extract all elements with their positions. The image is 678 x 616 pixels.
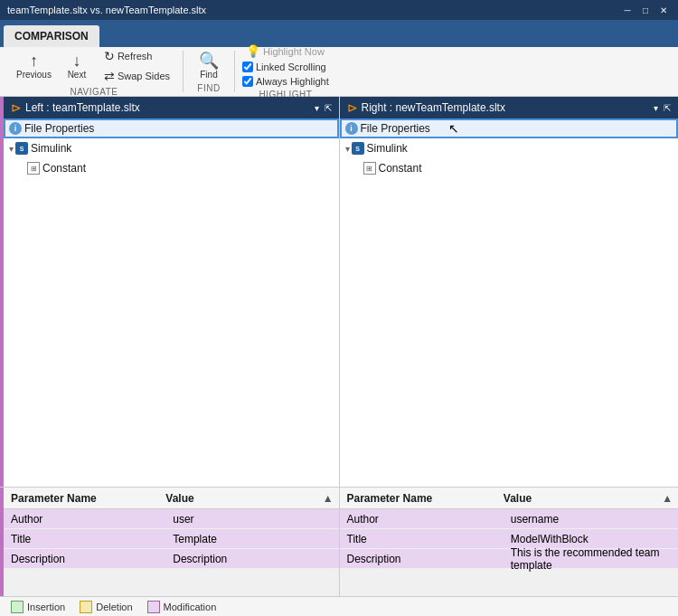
right-param-name-title: Title [344, 533, 511, 545]
toolbar: ↑ Previous ↓ Next ↻ Refresh ⇄ Swap Sides… [0, 47, 678, 97]
right-param-value-description: This is the recommended team template [511, 546, 674, 572]
left-param-collapse-btn[interactable]: ▲ [321, 490, 335, 507]
info-icon-right: i [345, 122, 358, 135]
left-param-row-description: Description Description [4, 549, 339, 569]
left-tree-label-constant: Constant [42, 162, 86, 175]
refresh-icon: ↻ [104, 49, 115, 63]
left-param-value-title: Template [173, 533, 334, 545]
simulink-icon: S [15, 142, 28, 155]
left-param-name-author: Author [7, 513, 173, 526]
highlight-options: 💡 Highlight Now Linked Scrolling Always … [242, 43, 329, 88]
right-tree-item-simulink[interactable]: ▾ S Simulink [340, 138, 679, 158]
swap-sides-button[interactable]: ⇄ Swap Sides [99, 67, 175, 85]
right-pane: ⊳ Right : newTeamTemplate.sltx ▾ ⇱ i Fil… [340, 97, 679, 487]
nav-buttons-row: ↑ Previous ↓ Next ↻ Refresh ⇄ Swap Sides [13, 47, 175, 85]
deletion-box [80, 601, 92, 613]
tab-bar: COMPARISON [0, 20, 678, 47]
modification-box [147, 601, 160, 613]
right-pane-body: i File Properties ↖ ▾ S Simulink ⊞ Const… [340, 118, 679, 487]
navigate-label: NAVIGATE [70, 87, 118, 97]
left-tree-item-file-properties[interactable]: i File Properties [4, 118, 339, 138]
title-bar: teamTemplate.sltx vs. newTeamTemplate.sl… [0, 0, 678, 20]
minimize-button[interactable]: ─ [620, 3, 635, 17]
left-param-name-description: Description [7, 553, 173, 565]
right-param-row-description: Description This is the recommended team… [340, 549, 679, 569]
expand-icon-simulink-right[interactable]: ▾ [345, 144, 350, 154]
right-param-name-author: Author [344, 513, 511, 526]
insertion-label: Insertion [27, 602, 65, 612]
deletion-label: Deletion [96, 602, 132, 612]
always-highlight-row[interactable]: Always Highlight [242, 75, 329, 88]
tab-comparison[interactable]: COMPARISON [4, 25, 99, 47]
linked-scrolling-row[interactable]: Linked Scrolling [242, 61, 329, 73]
find-label: FIND [197, 83, 220, 93]
always-highlight-label: Always Highlight [256, 76, 329, 87]
refresh-button[interactable]: ↻ Refresh [99, 47, 175, 65]
always-highlight-checkbox[interactable] [242, 76, 253, 87]
left-tree-item-constant[interactable]: ⊞ Constant [4, 158, 339, 178]
right-tree-item-file-properties[interactable]: i File Properties ↖ [340, 118, 679, 138]
left-param-header: Parameter Name Value ▲ [4, 488, 339, 509]
up-arrow-icon: ↑ [30, 52, 38, 69]
linked-scrolling-label: Linked Scrolling [256, 62, 326, 72]
right-param-name-description: Description [344, 553, 511, 565]
linked-scrolling-checkbox[interactable] [242, 62, 253, 72]
right-pane-dropdown-icon[interactable]: ▾ [654, 103, 658, 113]
expand-icon-simulink[interactable]: ▾ [9, 144, 14, 154]
modification-label: Modification [164, 602, 217, 612]
left-param-value-description: Description [173, 553, 334, 565]
legend: Insertion Deletion Modification [0, 596, 678, 616]
left-param-name-title: Title [7, 533, 173, 545]
window-controls: ─ □ ✕ [620, 3, 671, 17]
close-button[interactable]: ✕ [656, 3, 671, 17]
right-pane-header: ⊳ Right : newTeamTemplate.sltx ▾ ⇱ [340, 97, 679, 118]
left-pane-maximize-icon[interactable]: ⇱ [325, 103, 332, 113]
simulink-icon-right: S [352, 142, 364, 155]
window-title: teamTemplate.sltx vs. newTeamTemplate.sl… [7, 5, 206, 15]
left-pane-arrow-icon: ⊳ [11, 100, 22, 115]
comparison-panes: ⊳ Left : teamTemplate.sltx ▾ ⇱ i File Pr… [0, 97, 678, 488]
find-button[interactable]: 🔍 Find [191, 51, 227, 81]
left-tree-label-simulink: Simulink [31, 142, 71, 155]
cursor-indicator: ↖ [448, 121, 459, 136]
highlight-group: 💡 Highlight Now Linked Scrolling Always … [235, 51, 336, 92]
insertion-box [11, 601, 24, 613]
right-pane-maximize-icon[interactable]: ⇱ [664, 103, 671, 113]
right-tree-item-constant[interactable]: ⊞ Constant [340, 158, 679, 178]
navigate-group: ↑ Previous ↓ Next ↻ Refresh ⇄ Swap Sides… [5, 51, 184, 92]
left-param-value-author: user [173, 513, 334, 526]
right-param-row-author: Author username [340, 509, 679, 529]
block-icon: ⊞ [27, 162, 40, 175]
left-pane-header: ⊳ Left : teamTemplate.sltx ▾ ⇱ [4, 97, 339, 118]
right-tree-label-constant: Constant [379, 162, 422, 175]
left-param-col-name: Parameter Name [7, 492, 165, 505]
left-pane: ⊳ Left : teamTemplate.sltx ▾ ⇱ i File Pr… [4, 97, 339, 487]
left-param-row-title: Title Template [4, 529, 339, 549]
maximize-button[interactable]: □ [638, 3, 653, 17]
next-button[interactable]: ↓ Next [59, 51, 95, 81]
right-tree-label-file-properties: File Properties [361, 122, 430, 135]
left-param-row-author: Author user [4, 509, 339, 529]
swap-icon: ⇄ [104, 69, 115, 83]
left-pane-container: ⊳ Left : teamTemplate.sltx ▾ ⇱ i File Pr… [0, 97, 340, 487]
left-tree-label-file-properties: File Properties [24, 122, 94, 135]
right-pane-arrow-icon: ⊳ [347, 100, 358, 115]
block-icon-right: ⊞ [363, 162, 376, 175]
highlight-now-icon: 💡 [246, 44, 260, 58]
highlight-now-row: 💡 Highlight Now [242, 43, 329, 59]
legend-insertion: Insertion [11, 601, 65, 613]
previous-button[interactable]: ↑ Previous [13, 51, 55, 81]
right-param-collapse-btn[interactable]: ▲ [660, 490, 674, 507]
bottom-section: Parameter Name Value ▲ Author user Title… [0, 488, 678, 596]
left-pane-dropdown-icon[interactable]: ▾ [315, 103, 319, 113]
info-icon: i [9, 122, 22, 135]
right-pane-title: Right : newTeamTemplate.sltx [362, 101, 505, 114]
highlight-now-label: Highlight Now [263, 46, 325, 57]
right-param-header: Parameter Name Value ▲ [340, 488, 679, 509]
right-tree-label-simulink: Simulink [367, 142, 408, 155]
right-param-col-name: Parameter Name [344, 492, 504, 505]
find-icon: 🔍 [199, 52, 219, 69]
legend-deletion: Deletion [80, 601, 132, 613]
find-group: 🔍 Find FIND [184, 51, 235, 92]
left-tree-item-simulink[interactable]: ▾ S Simulink [4, 138, 339, 158]
